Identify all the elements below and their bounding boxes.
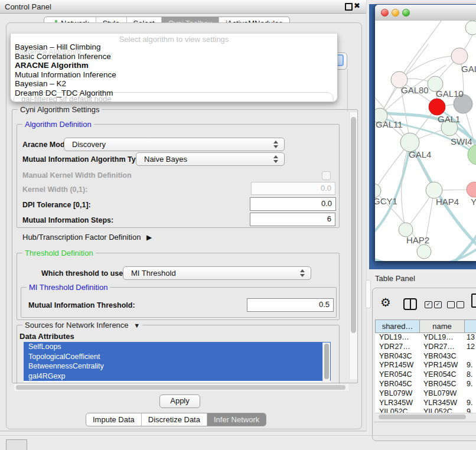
tab-discretize-data[interactable]: Discretize Data (142, 413, 207, 426)
table-row[interactable]: YIL052CYIL052C9. (375, 407, 476, 413)
mi-steps-field[interactable]: 6 (250, 213, 335, 226)
close-icon[interactable]: ✖ (354, 1, 360, 10)
network-node-GAL1[interactable] (429, 99, 445, 115)
table-cell[interactable]: YDL19… (375, 333, 419, 343)
aracne-mode-combo[interactable]: Discovery (64, 138, 285, 151)
table-row[interactable]: YBR043CYBR043C (375, 352, 476, 361)
data-attributes-list[interactable]: SelfLoopsTopologicalCoefficientBetweenne… (24, 342, 331, 383)
network-node-label: GAL10 (436, 89, 464, 99)
table-cell[interactable]: YLR345W (375, 399, 419, 408)
table-row[interactable]: YDR27…YDR27…12 (375, 343, 476, 352)
table-cell[interactable]: YBR043C (375, 352, 419, 361)
table-body[interactable]: YDL19…YDL19…13YDR27…YDR27…12YBR043CYBR04… (375, 333, 476, 413)
data-attribute-item[interactable]: BetweennessCentrality (24, 361, 331, 371)
table-cell[interactable]: YER054C (419, 370, 464, 380)
window-close-icon[interactable] (381, 9, 389, 17)
table-cell[interactable]: YDL19… (419, 333, 464, 343)
checked-checkbox-icon[interactable]: ✓ (434, 301, 442, 308)
network-node-HAP4[interactable] (426, 182, 442, 198)
network-node[interactable] (417, 244, 431, 259)
network-canvas[interactable]: GALGAL80GAL10GAL1GAL11SWI4GAL4GCY1HAP4YH… (375, 21, 476, 261)
settings-vscrollbar-track[interactable] (349, 112, 357, 379)
table-hscrollbar-track[interactable] (375, 413, 476, 420)
side-scrollbar-fragment[interactable] (366, 280, 371, 308)
float-icon[interactable] (345, 3, 353, 11)
column-header-shared-name[interactable]: shared… (375, 319, 420, 333)
settings-hscrollbar-track[interactable] (14, 384, 348, 391)
network-node-GAL[interactable] (451, 48, 468, 64)
attributes-list-scrollbar-thumb[interactable] (324, 344, 329, 379)
data-attribute-item[interactable]: TopologicalCoefficient (24, 352, 331, 362)
table-cell[interactable]: YPR145W (375, 361, 419, 370)
table-cell[interactable]: YDR27… (419, 343, 464, 352)
table-cell[interactable]: YBL079W (419, 389, 464, 399)
table-cell[interactable]: YIL052C (419, 407, 464, 413)
mi-threshold-field[interactable]: 0.5 (247, 298, 334, 312)
gear-icon[interactable]: ⚙ (380, 295, 391, 309)
table-row[interactable]: YER054CYER054C8. (375, 370, 476, 380)
control-panel-titlebar[interactable]: Control Panel ✖ (0, 0, 366, 14)
table-cell[interactable]: YBR043C (419, 352, 464, 361)
data-attribute-item[interactable]: SelfLoops (24, 342, 331, 352)
apply-button[interactable]: Apply (159, 394, 200, 408)
table-cell[interactable]: YBR045C (375, 380, 419, 389)
dpi-tolerance-field[interactable]: 0.0 (250, 197, 336, 211)
table-cell[interactable]: 13 (464, 333, 476, 343)
network-node-label: HAP4 (436, 197, 459, 207)
network-node[interactable] (468, 145, 476, 165)
table-row[interactable]: YDL19…YDL19…13 (375, 333, 476, 343)
mi-algorithm-type-combo[interactable]: Naive Bayes (136, 152, 285, 166)
network-window-titlebar[interactable] (375, 5, 476, 21)
which-threshold-combo[interactable]: MI Threshold (123, 266, 311, 280)
algorithm-dropdown-item[interactable]: Basic Correlation Inference (11, 52, 337, 61)
table-row[interactable]: YLR345WYLR345W9. (375, 399, 476, 408)
network-node[interactable] (465, 21, 476, 35)
sources-title[interactable]: Sources for Network Inference ▼ (22, 321, 142, 330)
table-cell[interactable]: YBL079W (375, 389, 419, 399)
settings-vscrollbar-thumb[interactable] (351, 117, 356, 333)
table-cell[interactable]: 9. (464, 407, 476, 413)
table-cell[interactable]: 9. (464, 380, 476, 389)
unchecked-checkbox-icon[interactable] (457, 301, 464, 308)
combo-spinner-icon (300, 269, 306, 278)
settings-hscrollbar-thumb[interactable] (16, 385, 345, 390)
column-header-partial[interactable] (465, 319, 476, 333)
page-icon[interactable] (471, 294, 476, 308)
table-cell[interactable]: YDR27… (375, 343, 419, 352)
algorithm-dropdown-item[interactable]: Dream8 DC_TDC Algorithm (11, 89, 337, 98)
table-cell[interactable]: YER054C (375, 370, 419, 380)
hub-definition-expander[interactable]: Hub/Transcription Factor Definition ▶ (22, 233, 152, 242)
table-cell[interactable]: YBR045C (419, 380, 464, 389)
unchecked-checkbox-icon[interactable] (447, 301, 455, 308)
table-cell[interactable] (464, 352, 476, 361)
table-row[interactable]: YBL079WYBL079W (375, 389, 476, 399)
data-attribute-item[interactable]: gal4RGexp (24, 371, 331, 381)
table-cell[interactable]: YPR145W (419, 361, 464, 370)
table-cell[interactable]: YLR345W (419, 399, 464, 408)
algorithm-dropdown-item[interactable]: Bayesian – Hill Climbing (11, 43, 337, 52)
attributes-list-scrollbar-track[interactable] (322, 343, 330, 382)
algorithm-dropdown-item[interactable]: Bayesian – K2 (11, 79, 337, 89)
tab-impute-data[interactable]: Impute Data (86, 413, 142, 426)
manual-kernel-width-checkbox[interactable] (322, 171, 331, 180)
window-minimize-icon[interactable] (392, 9, 399, 17)
collapsed-panel-handle[interactable] (6, 439, 27, 450)
table-cell[interactable]: 12 (464, 343, 476, 352)
table-row[interactable]: YBR045CYBR045C9. (375, 380, 476, 389)
split-pane-icon[interactable] (403, 298, 417, 310)
table-cell[interactable] (464, 389, 476, 399)
window-zoom-icon[interactable] (402, 9, 410, 17)
table-cell[interactable]: YIL052C (375, 407, 419, 413)
table-hscrollbar-thumb[interactable] (379, 415, 466, 419)
network-node-Y[interactable] (467, 182, 476, 197)
kernel-width-field[interactable]: 0.0 (251, 182, 335, 195)
table-cell[interactable]: 9. (464, 399, 476, 408)
tab-infer-network[interactable]: Infer Network (207, 413, 266, 426)
checked-checkbox-icon[interactable]: ✓ (425, 301, 432, 308)
table-cell[interactable]: 9. (464, 361, 476, 370)
algorithm-dropdown-item[interactable]: ARACNE Algorithm (11, 61, 337, 70)
column-header-name[interactable]: name (420, 319, 465, 333)
table-row[interactable]: YPR145WYPR145W9. (375, 361, 476, 370)
table-cell[interactable]: 8. (464, 370, 476, 380)
algorithm-dropdown-item[interactable]: Mutual Information Inference (11, 70, 337, 80)
